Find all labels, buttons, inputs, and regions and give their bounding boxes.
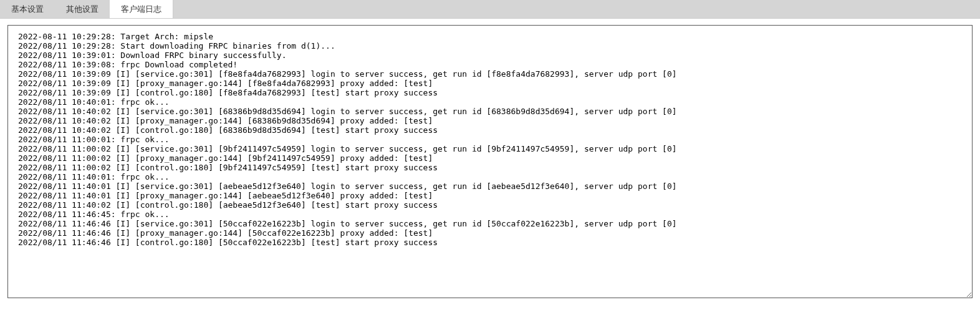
- tab-label: 客户端日志: [121, 4, 161, 15]
- tab-label: 其他设置: [66, 4, 98, 15]
- tab-basic-settings[interactable]: 基本设置: [0, 0, 55, 18]
- tab-client-log[interactable]: 客户端日志: [110, 0, 173, 18]
- tab-bar: 基本设置 其他设置 客户端日志: [0, 0, 980, 19]
- tab-label: 基本设置: [11, 4, 44, 15]
- log-textarea[interactable]: [7, 25, 973, 298]
- log-panel: [0, 19, 980, 306]
- tab-other-settings[interactable]: 其他设置: [55, 0, 110, 18]
